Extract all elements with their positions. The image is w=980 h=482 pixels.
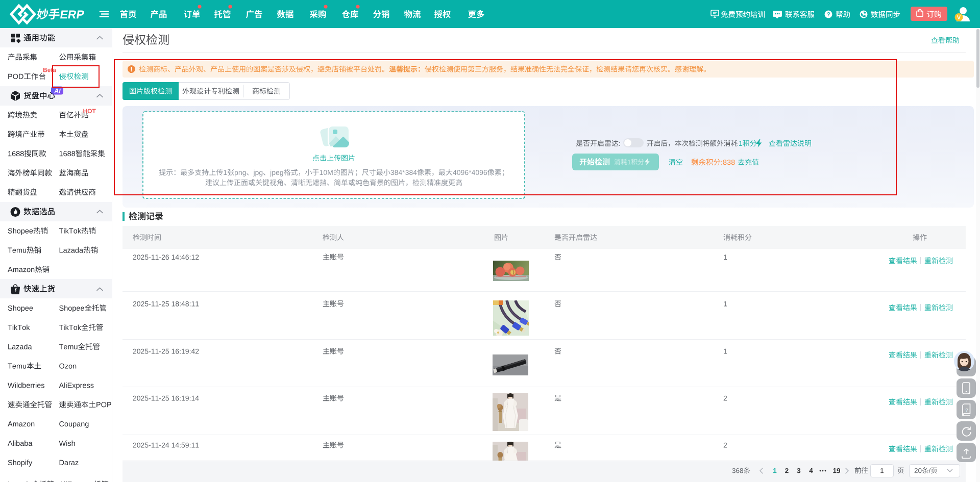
svg-text:?: ? bbox=[827, 11, 830, 17]
svg-text:?: ? bbox=[965, 407, 968, 413]
